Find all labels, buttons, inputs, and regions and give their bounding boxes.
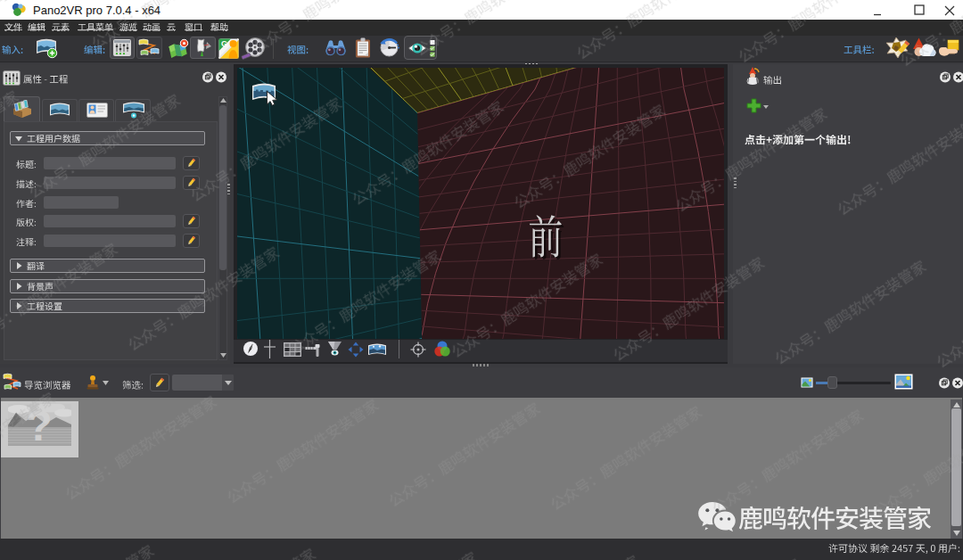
svg-text:G: G [221,39,227,48]
svg-text:?: ? [26,404,52,446]
